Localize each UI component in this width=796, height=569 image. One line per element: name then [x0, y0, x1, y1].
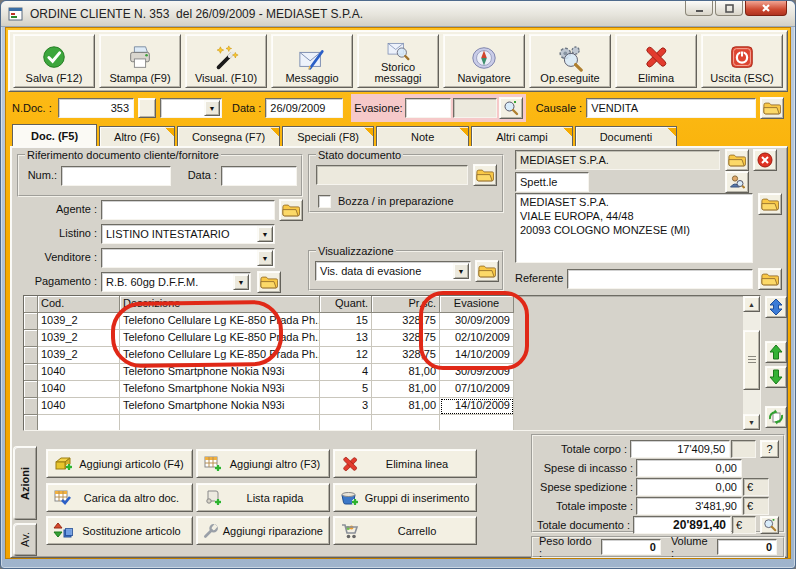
column-header-cod[interactable]: Cod. [38, 296, 120, 313]
agente-folder-button[interactable] [279, 199, 303, 221]
venditore-combobox[interactable]: ▼ [101, 248, 275, 268]
row-down-button[interactable] [765, 366, 787, 388]
close-button[interactable] [745, 1, 787, 16]
totale-imposte-value[interactable]: 3'481,90 [636, 497, 742, 515]
column-header-prsc[interactable]: Pr.sc. [372, 296, 440, 313]
grid-cell[interactable]: 1040 [38, 398, 120, 415]
navigator-button[interactable]: Navigatore [443, 34, 525, 88]
grid-cell[interactable]: Telefono Smartphone Nokia N93i [120, 398, 320, 415]
row-selector[interactable] [24, 364, 38, 381]
tab-azioni[interactable]: Azioni [13, 446, 37, 520]
refresh-button[interactable] [765, 406, 787, 428]
grid-cell[interactable]: 02/10/2009 [440, 330, 514, 347]
row-selector[interactable] [24, 381, 38, 398]
chevron-down-icon[interactable]: ▼ [257, 250, 273, 266]
cart-button[interactable]: Carrello [333, 516, 477, 545]
insert-groups-button[interactable]: Gruppi di inserimento [333, 483, 477, 512]
address-folder-button[interactable] [758, 193, 782, 215]
row-selector[interactable] [24, 313, 38, 330]
grid-cell[interactable] [38, 415, 120, 430]
volume-value[interactable]: 0 [717, 539, 777, 555]
totals-search-button[interactable] [760, 516, 779, 534]
grid-cell[interactable]: 4 [320, 364, 372, 381]
print-button[interactable]: Stampa (F9) [99, 34, 181, 88]
totale-documento-value[interactable]: 20'891,40 [633, 516, 731, 534]
tab-speciali[interactable]: Speciali (F8) [282, 126, 374, 146]
visualizzazione-folder-button[interactable] [475, 260, 499, 282]
grid-cell-selected[interactable]: 14/10/2009 [440, 398, 514, 415]
add-article-button[interactable]: Aggiungi articolo (F4) [46, 449, 193, 478]
grid-cell[interactable]: 1039_2 [38, 347, 120, 364]
grid-cell[interactable]: 328,75 [372, 330, 440, 347]
delete-button[interactable]: Elimina [615, 34, 697, 88]
listino-combobox[interactable]: LISTINO INTESTATARIO▼ [101, 224, 275, 244]
scrollbar-track[interactable] [743, 312, 760, 414]
pagamento-folder-button[interactable] [257, 271, 281, 293]
add-repair-button[interactable]: Aggiungi riparazione [196, 516, 330, 545]
minimize-button[interactable] [685, 1, 713, 16]
tab-consegna[interactable]: Consegna (F7) [177, 126, 280, 146]
vertical-scrollbar[interactable]: ▲ ▼ [743, 296, 760, 430]
message-history-button[interactable]: Storico messaggi [357, 34, 439, 88]
chevron-down-icon[interactable]: ▼ [257, 226, 273, 242]
grid-cell[interactable]: 5 [320, 381, 372, 398]
scrollbar-thumb[interactable] [743, 330, 760, 389]
bozza-checkbox[interactable] [318, 195, 331, 208]
grid-cell[interactable]: Telefono Cellulare Lg KE-850 Prada Ph... [120, 330, 320, 347]
message-button[interactable]: Messaggio [271, 34, 353, 88]
preview-button[interactable]: Visual. (F10) [185, 34, 267, 88]
move-row-button[interactable] [765, 296, 787, 318]
spese-incasso-value[interactable]: 0,00 [636, 459, 742, 477]
customer-search-button[interactable] [725, 171, 749, 193]
tab-note[interactable]: Note [376, 126, 469, 146]
rif-data-field[interactable] [221, 166, 297, 186]
ndoc-extra-button[interactable] [138, 98, 156, 118]
chevron-down-icon[interactable]: ▼ [453, 263, 469, 279]
data-field[interactable]: 26/09/2009 [265, 98, 343, 118]
customer-name-field[interactable]: MEDIASET S.P.A. [515, 150, 720, 170]
referente-field[interactable] [567, 269, 753, 289]
evasione-field[interactable] [405, 98, 451, 118]
grid-cell[interactable] [372, 415, 440, 430]
agente-field[interactable] [101, 200, 275, 220]
grid-cell[interactable]: 12 [320, 347, 372, 364]
stato-folder-button[interactable] [473, 164, 497, 186]
grid-cell[interactable]: 1040 [38, 381, 120, 398]
operations-button[interactable]: Op.eseguite [529, 34, 611, 88]
pagamento-combobox[interactable]: R.B. 60gg D.F.F.M.▼ [101, 272, 251, 292]
grid-cell[interactable]: 30/09/2009 [440, 313, 514, 330]
num-field[interactable] [61, 166, 171, 186]
chevron-down-icon[interactable]: ▼ [233, 274, 249, 290]
exit-button[interactable]: Uscita (ESC) [701, 34, 783, 88]
grid-cell[interactable] [120, 415, 320, 430]
grid-cell[interactable]: 14/10/2009 [440, 347, 514, 364]
scroll-down-icon[interactable]: ▼ [743, 414, 760, 430]
row-selector[interactable] [24, 415, 38, 430]
salutation-field[interactable]: Spett.le [515, 172, 589, 192]
column-header-descrizione[interactable]: Descrizione [120, 296, 320, 313]
grid-cell[interactable]: Telefono Cellulare Lg KE-850 Prada Ph... [120, 313, 320, 330]
spese-spedizione-value[interactable]: 0,00 [636, 478, 742, 496]
quick-list-button[interactable]: Lista rapida [196, 483, 330, 512]
help-button[interactable]: ? [760, 440, 779, 458]
scroll-up-icon[interactable]: ▲ [743, 296, 760, 312]
grid-cell[interactable]: 1040 [38, 364, 120, 381]
peso-lordo-value[interactable]: 0 [601, 539, 661, 555]
grid-cell[interactable]: 328,75 [372, 313, 440, 330]
chevron-down-icon[interactable]: ▼ [204, 100, 220, 116]
grid-cell[interactable]: 328,75 [372, 347, 440, 364]
save-button[interactable]: Salva (F12) [13, 34, 95, 88]
grid-cell[interactable]: Telefono Smartphone Nokia N93i [120, 381, 320, 398]
tab-altro[interactable]: Altro (F6) [99, 126, 175, 146]
row-up-button[interactable] [765, 341, 787, 363]
grid-cell[interactable]: 3 [320, 398, 372, 415]
grid-cell[interactable]: 30/09/2009 [440, 364, 514, 381]
column-header-evasione[interactable]: Evasione [440, 296, 514, 313]
customer-clear-button[interactable] [753, 149, 777, 171]
totale-corpo-value[interactable]: 17'409,50 [630, 440, 730, 458]
causale-field[interactable]: VENDITA [586, 98, 756, 118]
row-selector[interactable] [24, 330, 38, 347]
tab-altri-campi[interactable]: Altri campi [471, 126, 572, 146]
grid-cell[interactable]: 15 [320, 313, 372, 330]
ndoc-field[interactable]: 353 [58, 98, 134, 118]
